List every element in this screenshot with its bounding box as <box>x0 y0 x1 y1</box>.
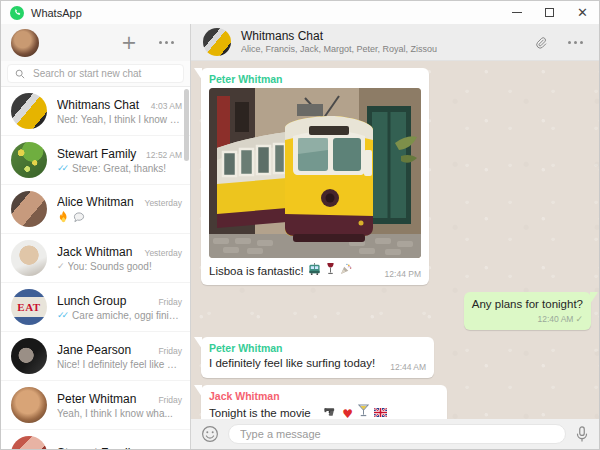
uk-flag-icon <box>374 408 387 417</box>
message-text: Any plans for tonight? <box>472 297 583 313</box>
chat-timestamp: Yesterday <box>145 198 183 208</box>
chat-name: Peter Whitman <box>57 392 153 406</box>
chat-preview: ✓✓Care amiche, oggi finiamo presto <box>57 310 182 321</box>
my-profile-avatar[interactable] <box>11 29 39 57</box>
chat-name: Lunch Group <box>57 294 153 308</box>
message-timestamp: 12:44 AM <box>378 362 426 372</box>
sidebar-header: + <box>1 24 190 61</box>
message-row: Peter Whitman Lisboa is fantastic!12:44 … <box>201 68 591 285</box>
chat-avatar: EAT <box>11 289 47 325</box>
sidebar: + Whitmans Chat4:03 AMNed: Yeah, I think… <box>1 24 191 449</box>
chat-timestamp: Friday <box>158 346 182 356</box>
chat-avatar <box>11 191 47 227</box>
chat-list-item[interactable]: Alice WhitmanYesterday <box>1 185 190 234</box>
titlebar: WhatsApp ✕ <box>1 1 599 24</box>
fire-icon <box>58 211 69 223</box>
message-input-box[interactable] <box>228 424 566 444</box>
chat-list-item[interactable]: EATLunch GroupFriday✓✓Care amiche, oggi … <box>1 283 190 332</box>
pistol-icon <box>324 406 337 417</box>
chat-name: Jack Whitman <box>57 245 140 259</box>
chat-preview: Nice! I definitely feel like surfing <box>57 359 182 370</box>
chat-avatar <box>11 436 47 449</box>
heart-icon: ♥ <box>342 408 353 419</box>
party-popper-icon <box>340 263 352 275</box>
read-check-icon: ✓✓ <box>57 311 66 320</box>
search-box[interactable] <box>7 64 184 83</box>
close-button[interactable]: ✕ <box>566 1 599 24</box>
message-area: Peter Whitman Lisboa is fantastic!12:44 … <box>191 61 599 419</box>
chat-avatar[interactable] <box>203 28 231 56</box>
whatsapp-logo-icon <box>10 6 24 20</box>
wine-glass-icon <box>326 262 335 275</box>
chat-name: Whitmans Chat <box>57 98 146 112</box>
chat-preview: ✓You: Sounds good! <box>57 261 182 272</box>
message-sender: Peter Whitman <box>209 342 426 355</box>
emoji-icon[interactable] <box>201 425 219 443</box>
chat-list-scrollbar[interactable] <box>184 89 189 161</box>
chat-preview: ✓✓Steve: Great, thanks! <box>57 163 182 174</box>
chat-name: Stewart Family <box>57 446 153 449</box>
tram-icon <box>308 263 321 275</box>
chat-list-item[interactable]: Peter WhitmanFridayYeah, I think I know … <box>1 381 190 430</box>
window-title: WhatsApp <box>31 7 82 19</box>
search-icon <box>15 69 25 79</box>
chat-list: Whitmans Chat4:03 AMNed: Yeah, I think I… <box>1 87 190 449</box>
lisbon-tram-photo <box>209 88 421 258</box>
conversation-panel: Whitmans Chat Alice, Francis, Jack, Marg… <box>191 24 599 449</box>
chat-header: Whitmans Chat Alice, Francis, Jack, Marg… <box>191 24 599 61</box>
close-icon: ✕ <box>577 6 588 19</box>
chat-timestamp: Friday <box>158 395 182 405</box>
new-chat-button[interactable]: + <box>121 33 137 52</box>
message-bubble[interactable]: Peter WhitmanI definitely feel like surf… <box>201 337 434 378</box>
search-input[interactable] <box>33 68 176 79</box>
minimize-icon <box>512 12 522 13</box>
avatar-text: EAT <box>17 301 40 313</box>
message-text: Tonight is the movie night! How about th… <box>209 406 320 419</box>
message-row: Peter WhitmanI definitely feel like surf… <box>201 337 591 378</box>
chat-avatar <box>11 240 47 276</box>
menu-button[interactable] <box>159 41 174 44</box>
composer-bar <box>191 419 599 449</box>
search-bar <box>1 61 190 87</box>
chat-preview-text: Ned: Yeah, I think I know wha.. <box>57 114 182 125</box>
chat-menu-button[interactable] <box>568 41 583 44</box>
chat-participants: Alice, Francis, Jack, Margot, Peter, Roy… <box>241 44 437 56</box>
speech-balloon-icon <box>73 212 85 223</box>
message-sender: Jack Whitman <box>209 390 439 403</box>
chat-list-item[interactable]: Whitmans Chat4:03 AMNed: Yeah, I think I… <box>1 87 190 136</box>
message-input[interactable] <box>240 428 554 440</box>
message-bubble[interactable]: Peter Whitman Lisboa is fantastic!12:44 … <box>201 68 429 285</box>
message-bubble[interactable]: Jack WhitmanTonight is the movie night! … <box>201 385 447 419</box>
chat-timestamp: Yesterday <box>145 248 183 258</box>
chat-avatar <box>11 93 47 129</box>
message-row: Any plans for tonight?12:40 AM✓ <box>201 292 591 330</box>
attach-icon[interactable] <box>533 35 548 50</box>
maximize-button[interactable] <box>533 1 566 24</box>
chat-timestamp: 4:03 AM <box>151 101 182 111</box>
chat-title[interactable]: Whitmans Chat <box>241 29 437 44</box>
message-text: Lisboa is fantastic! <box>209 264 304 280</box>
chat-list-item[interactable]: Stewart FamilyFriday <box>1 430 190 449</box>
whatsapp-window: WhatsApp ✕ + Wh <box>0 0 600 450</box>
microphone-icon[interactable] <box>575 426 589 443</box>
chat-preview: Yeah, I think I know wha... <box>57 408 182 419</box>
chat-avatar <box>11 387 47 423</box>
message-row: Jack WhitmanTonight is the movie night! … <box>201 385 591 419</box>
chat-preview-text: Steve: Great, thanks! <box>72 163 166 174</box>
chat-timestamp: 12:52 AM <box>146 150 182 160</box>
cocktail-icon <box>358 404 369 417</box>
sent-check-icon: ✓ <box>575 314 583 324</box>
read-check-icon: ✓✓ <box>57 164 66 173</box>
chat-list-item[interactable]: Jane PearsonFridayNice! I definitely fee… <box>1 332 190 381</box>
maximize-icon <box>545 8 554 17</box>
chat-avatar <box>11 338 47 374</box>
message-image[interactable] <box>209 88 421 258</box>
chat-name: Stewart Family <box>57 147 141 161</box>
chat-preview-text: Care amiche, oggi finiamo presto <box>72 310 182 321</box>
chat-list-item[interactable]: Stewart Family12:52 AM✓✓Steve: Great, th… <box>1 136 190 185</box>
sent-check-icon: ✓ <box>57 262 62 271</box>
message-bubble[interactable]: Any plans for tonight?12:40 AM✓ <box>464 292 591 330</box>
chat-list-item[interactable]: Jack WhitmanYesterday✓You: Sounds good! <box>1 234 190 283</box>
chat-preview-text: Nice! I definitely feel like surfing <box>57 359 182 370</box>
minimize-button[interactable] <box>500 1 533 24</box>
